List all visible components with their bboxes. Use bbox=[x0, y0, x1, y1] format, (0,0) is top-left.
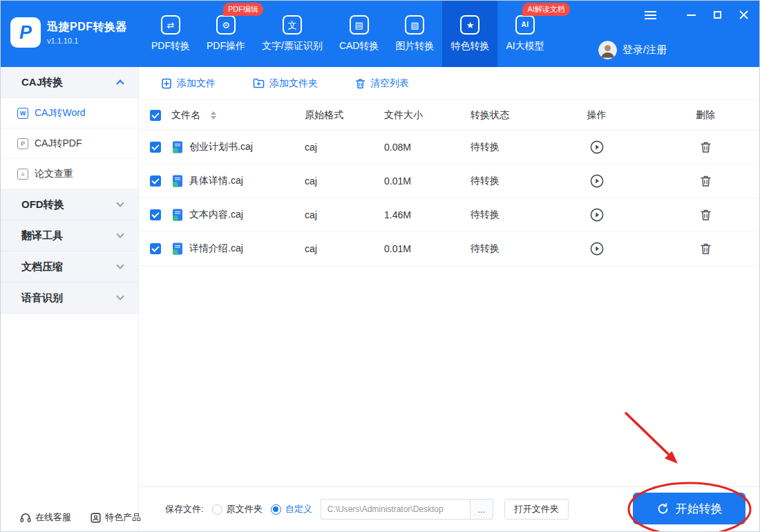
sidebar-item-caj-to-pdf[interactable]: P CAJ转PDF bbox=[1, 129, 138, 159]
radio-label: 原文件夹 bbox=[227, 503, 263, 515]
convert-status: 待转换 bbox=[471, 209, 543, 221]
add-folder-button[interactable]: 添加文件夹 bbox=[253, 77, 318, 90]
login-label: 登录/注册 bbox=[623, 44, 667, 57]
online-service-link[interactable]: 在线客服 bbox=[20, 511, 71, 524]
nav-item-image-convert[interactable]: ▧ 图片转换 bbox=[387, 1, 442, 67]
sidebar-item-label: CAJ转PDF bbox=[35, 137, 82, 150]
delete-row-button[interactable] bbox=[700, 175, 712, 187]
sidebar-item-paper-check[interactable]: ≡ 论文查重 bbox=[1, 159, 138, 189]
table-row: 详情介绍.caj caj 0.01M 待转换 bbox=[139, 232, 760, 266]
caj-file-icon bbox=[171, 243, 184, 255]
sidebar-item-label: CAJ转Word bbox=[35, 107, 86, 120]
file-name: 文本内容.caj bbox=[189, 209, 243, 221]
column-header-name: 文件名 bbox=[171, 109, 200, 122]
file-name: 具体详情.caj bbox=[189, 175, 243, 187]
file-format: caj bbox=[305, 175, 384, 187]
icon-glyph: ▤ bbox=[355, 21, 363, 30]
add-file-button[interactable]: 添加文件 bbox=[161, 77, 216, 90]
radio-unchecked-icon bbox=[212, 504, 222, 515]
gear-icon: ⚙ bbox=[216, 15, 236, 35]
sidebar-group-ofd-convert[interactable]: OFD转换 bbox=[1, 189, 138, 220]
nav-item-special-convert[interactable]: ★ 特色转换 bbox=[442, 1, 497, 67]
word-file-icon: W bbox=[17, 108, 28, 119]
link-label: 在线客服 bbox=[35, 511, 71, 524]
sidebar-group-speech-recognition[interactable]: 语音识别 bbox=[1, 283, 138, 314]
group-label: CAJ转换 bbox=[21, 76, 63, 89]
button-label: 添加文件 bbox=[177, 77, 216, 90]
row-checkbox[interactable] bbox=[150, 142, 161, 153]
save-path-group: ... bbox=[321, 499, 493, 520]
delete-row-button[interactable] bbox=[700, 209, 712, 221]
start-row-convert-button[interactable] bbox=[589, 173, 605, 189]
ai-doc-badge: AI解读文档 bbox=[522, 3, 569, 16]
file-toolbar: 添加文件 添加文件夹 清空列表 bbox=[139, 67, 760, 100]
table-row: 文本内容.caj caj 1.46M 待转换 bbox=[139, 198, 760, 232]
icon-glyph: ⇄ bbox=[167, 21, 175, 30]
nav-item-ocr[interactable]: 文 文字/票证识别 bbox=[254, 1, 331, 67]
clear-list-button[interactable]: 清空列表 bbox=[355, 77, 409, 90]
button-label: 清空列表 bbox=[370, 77, 409, 90]
nav-label: 图片转换 bbox=[395, 40, 434, 53]
nav-label: 文字/票证识别 bbox=[262, 40, 323, 53]
browse-button[interactable]: ... bbox=[470, 499, 493, 520]
ocr-icon: 文 bbox=[283, 15, 302, 35]
button-label: 添加文件夹 bbox=[269, 77, 318, 90]
radio-original-folder[interactable]: 原文件夹 bbox=[212, 503, 263, 515]
group-label: 文档压缩 bbox=[21, 260, 63, 274]
nav-label: CAD转换 bbox=[339, 40, 379, 53]
file-size: 0.01M bbox=[384, 243, 471, 254]
icon-glyph: ★ bbox=[466, 21, 475, 30]
trash-icon bbox=[700, 141, 712, 153]
add-file-icon bbox=[161, 78, 172, 89]
convert-status: 待转换 bbox=[471, 243, 543, 255]
menu-icon[interactable] bbox=[645, 11, 656, 19]
delete-row-button[interactable] bbox=[700, 243, 712, 255]
nav-label: PDF操作 bbox=[207, 40, 245, 53]
start-row-convert-button[interactable] bbox=[589, 140, 605, 155]
close-button[interactable] bbox=[739, 10, 748, 19]
nav-item-pdf-operations[interactable]: PDF编辑 ⚙ PDF操作 bbox=[198, 1, 254, 67]
start-row-convert-button[interactable] bbox=[589, 207, 605, 222]
cad-icon: ▤ bbox=[350, 15, 369, 35]
document-icon: ≡ bbox=[17, 169, 28, 180]
sidebar-item-caj-to-word[interactable]: W CAJ转Word bbox=[1, 98, 138, 129]
nav-item-cad-convert[interactable]: ▤ CAD转换 bbox=[331, 1, 388, 67]
save-path-input[interactable] bbox=[321, 499, 470, 520]
nav-item-ai-model[interactable]: AI解读文档 AI AI大模型 bbox=[497, 1, 552, 67]
select-all-checkbox[interactable] bbox=[150, 110, 161, 121]
group-label: OFD转换 bbox=[21, 198, 64, 211]
sort-icon[interactable] bbox=[211, 111, 216, 120]
caj-file-icon bbox=[171, 209, 184, 221]
row-checkbox[interactable] bbox=[150, 175, 161, 187]
row-checkbox[interactable] bbox=[150, 243, 161, 254]
featured-products-link[interactable]: 特色产品 bbox=[91, 511, 141, 524]
link-label: 特色产品 bbox=[105, 511, 141, 524]
radio-custom-folder[interactable]: 自定义 bbox=[271, 503, 312, 515]
refresh-icon bbox=[656, 502, 669, 515]
sidebar-group-translate-tools[interactable]: 翻译工具 bbox=[1, 220, 138, 251]
start-row-convert-button[interactable] bbox=[589, 241, 605, 256]
logo-letter: P bbox=[19, 22, 32, 44]
file-size: 1.46M bbox=[384, 209, 471, 220]
minimize-button[interactable] bbox=[687, 15, 696, 16]
play-circle-icon bbox=[589, 207, 605, 222]
start-convert-button[interactable]: 开始转换 bbox=[633, 493, 745, 524]
play-circle-icon bbox=[589, 241, 605, 256]
convert-status: 待转换 bbox=[471, 141, 543, 153]
sidebar-item-label: 论文查重 bbox=[35, 168, 73, 180]
trash-icon bbox=[700, 209, 712, 221]
add-folder-icon bbox=[253, 78, 265, 88]
pdf-file-icon: P bbox=[17, 138, 28, 149]
chevron-down-icon bbox=[116, 292, 124, 300]
nav-item-pdf-convert[interactable]: ⇄ PDF转换 bbox=[143, 1, 198, 67]
login-area[interactable]: 登录/注册 bbox=[598, 41, 667, 59]
open-folder-button[interactable]: 打开文件夹 bbox=[504, 499, 569, 520]
maximize-button[interactable] bbox=[714, 11, 721, 19]
row-checkbox[interactable] bbox=[150, 209, 161, 220]
header: P 迅捷PDF转换器 v1.1.10.1 ⇄ PDF转换 PDF编辑 ⚙ PDF… bbox=[1, 1, 759, 67]
file-format: caj bbox=[305, 142, 384, 153]
sidebar-group-caj-convert[interactable]: CAJ转换 bbox=[1, 67, 138, 98]
delete-row-button[interactable] bbox=[700, 141, 712, 153]
sidebar-group-doc-compress[interactable]: 文档压缩 bbox=[1, 251, 138, 283]
avatar bbox=[598, 41, 617, 59]
